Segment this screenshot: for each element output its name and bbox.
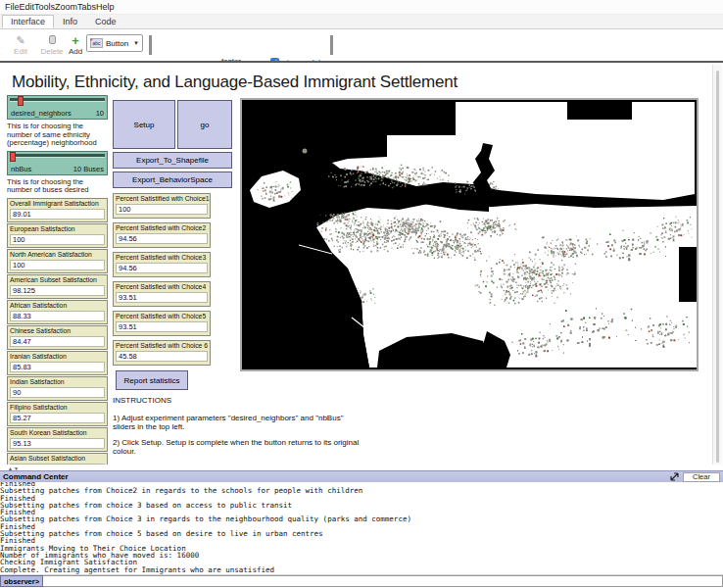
tab-bar: Interface Info Code: [0, 15, 723, 29]
menu-item[interactable]: Tools: [34, 2, 55, 12]
monitor-label: Percent Satisfied with Choice5: [114, 312, 210, 320]
monitor-value: 45.58: [116, 351, 208, 362]
satisfaction-monitor: American Subset Satisfaction 98.125: [7, 274, 108, 299]
export-shapefile-button[interactable]: Export_To_Shapefile: [113, 152, 232, 169]
slider-note: This is for choosing the number of buses…: [7, 178, 108, 195]
satisfaction-monitor: Overall Immigrant Satisfaction 89.01: [7, 198, 108, 222]
monitor-label: African Satisfaction: [8, 301, 107, 310]
slider-handle[interactable]: [18, 96, 24, 106]
monitor-value: 94.56: [116, 263, 208, 273]
command-prompt-row: observer>: [0, 575, 723, 587]
satisfaction-monitor: North American Satisfaction 100: [7, 249, 108, 273]
satisfaction-monitor: Indian Satisfaction 90: [7, 376, 108, 401]
slider-desired-neighbors[interactable]: desired_neighbors 10: [7, 95, 108, 120]
monitor-label: Indian Satisfaction: [8, 377, 107, 386]
export-behaviorspace-button[interactable]: Export_BehaviorSpace: [113, 172, 232, 188]
menu-item[interactable]: Tabs: [77, 2, 96, 12]
monitor-label: Percent Satisfied with Choice3: [114, 253, 210, 262]
monitor-value: 94.56: [116, 233, 208, 244]
command-output-line: Subsetting patches from Choice 3 in rega…: [0, 515, 723, 522]
tab-interface[interactable]: Interface: [2, 15, 54, 28]
monitor-value: 100: [116, 204, 208, 215]
toolbar: ✎ Edit Delete + Add abc Button ▼ faster …: [0, 29, 723, 61]
eraser-icon: [49, 35, 56, 47]
interface-panel: Mobility, Ethnicity, and Language-Based …: [0, 61, 723, 470]
command-output-line: Subsetting patches from choice 3 based o…: [0, 502, 723, 509]
tab-code[interactable]: Code: [86, 15, 125, 28]
choice-monitor: Percent Satisfied with Choice4 93.51: [113, 281, 211, 307]
satisfaction-monitor: European Satisfaction 100: [7, 223, 108, 248]
slider-handle[interactable]: [10, 152, 16, 162]
chevron-down-icon: ▼: [133, 40, 139, 46]
scrollbar-thumb[interactable]: [716, 71, 719, 463]
menu-bar: FileEditToolsZoomTabsHelp: [0, 0, 723, 15]
command-center-output[interactable]: FinishedSubsetting patches from Choice2 …: [0, 482, 723, 575]
monitor-label: Percent Satisfied with Choice4: [114, 282, 210, 291]
choice-monitor: Percent Satisfied with Choice2 94.56: [113, 222, 211, 248]
tab-info[interactable]: Info: [54, 15, 86, 28]
monitor-label: Chinese Satisfaction: [8, 326, 107, 335]
button-widget-icon: abc: [90, 38, 103, 48]
command-center-header: Command Center Clear: [0, 470, 723, 482]
model-title: Mobility, Ethnicity, and Language-Based …: [12, 73, 458, 92]
satisfaction-monitor: African Satisfaction 88.33: [7, 300, 108, 324]
monitor-label: European Satisfaction: [8, 224, 107, 233]
menu-item[interactable]: Zoom: [55, 2, 77, 12]
choice-monitor: Percent Satisfied with Choice 6 45.58: [113, 340, 211, 366]
monitor-label: North American Satisfaction: [8, 250, 107, 259]
left-widget-column: desired_neighbors 10 This is for choosin…: [7, 95, 108, 470]
monitor-value: 89.01: [10, 209, 105, 220]
slider-name: desired_neighbors: [11, 109, 72, 118]
choice-monitor: Percent Satisfied with Choice3 94.56: [113, 252, 211, 277]
toolbar-separator: [149, 35, 152, 55]
setup-button[interactable]: Setup: [113, 100, 175, 149]
instructions-block: INSTRUCTIONS 1) Adjust experiment parame…: [113, 396, 365, 470]
monitor-value: 100: [10, 234, 105, 245]
clear-button[interactable]: Clear: [683, 472, 720, 482]
slider-nbbus[interactable]: nbBus 10 Buses: [7, 151, 108, 175]
netlogo-window: FileEditToolsZoomTabsHelp Interface Info…: [0, 0, 723, 588]
observer-context-dropdown[interactable]: observer>: [0, 575, 43, 587]
command-output-line: Subsetting patches from choice 5 based o…: [0, 530, 723, 537]
monitor-value: 88.33: [10, 311, 105, 321]
monitor-value: 95.13: [10, 438, 105, 449]
satisfaction-monitor: Chinese Satisfaction 84.47: [7, 325, 108, 350]
choice-monitor: Percent Satisfied with Choice5 93.51: [113, 311, 211, 336]
middle-widget-column: Setup go Export_To_Shapefile Export_Beha…: [113, 100, 232, 470]
monitor-value: 90: [10, 387, 105, 398]
command-input[interactable]: [43, 575, 723, 587]
go-button[interactable]: go: [177, 100, 232, 149]
command-center-title: Command Center: [3, 472, 69, 481]
monitor-label: American Subset Satisfaction: [8, 275, 107, 284]
instructions-heading: INSTRUCTIONS: [113, 396, 365, 406]
menu-item[interactable]: File: [5, 2, 20, 12]
choice-monitor: Percent Satistified with Choice1 100: [113, 193, 211, 219]
report-statistics-button[interactable]: Report statistics: [116, 370, 188, 390]
menu-item[interactable]: Help: [96, 2, 115, 12]
monitor-label: Percent Satisfied with Choice2: [114, 223, 210, 232]
monitor-label: Percent Satisfied with Choice 6: [114, 341, 210, 350]
instruction-step: 1) Adjust experiment parameters "desired…: [113, 414, 365, 432]
monitor-value: 85.83: [10, 362, 105, 372]
instruction-step: 2) Click Setup. Setup is complete when t…: [113, 438, 365, 457]
command-output-line: Complete. Creating agentset for Immigran…: [0, 566, 723, 573]
resize-icon[interactable]: [670, 472, 679, 481]
widget-type-dropdown[interactable]: abc Button ▼: [86, 34, 143, 52]
monitor-value: 93.51: [116, 321, 208, 332]
settlement-map: [242, 100, 697, 369]
monitor-label: South Korean Satisfaction: [8, 428, 107, 437]
menu-item[interactable]: Edit: [20, 2, 35, 12]
pencil-icon: ✎: [16, 35, 24, 47]
monitor-value: 98.125: [10, 285, 105, 296]
slider-value: 10 Buses: [73, 165, 104, 173]
satisfaction-monitor: Filipino Satisfaction 85.27: [7, 402, 108, 426]
monitor-label: Filipino Satisfaction: [8, 403, 107, 412]
monitor-label: Iranian Satisfaction: [8, 352, 107, 361]
interface-scrollbar[interactable]: [712, 65, 722, 470]
world-view[interactable]: [240, 98, 699, 371]
edit-widget-button[interactable]: ✎ Edit: [6, 31, 35, 59]
satisfaction-monitor: Iranian Satisfaction 85.83: [7, 351, 108, 375]
monitor-value: 85.27: [10, 413, 105, 423]
monitor-label: Overall Immigrant Satisfaction: [8, 199, 107, 208]
slider-value: 10: [96, 109, 104, 118]
